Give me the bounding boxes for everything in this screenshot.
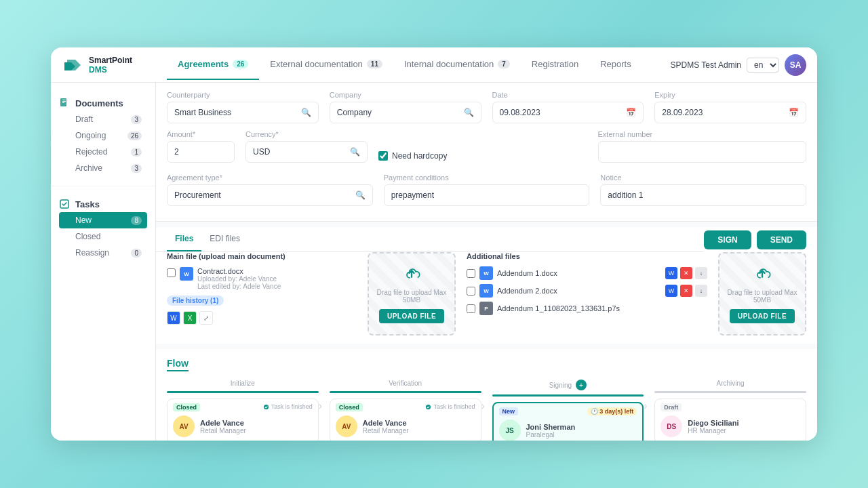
card-status-closed-ver: Closed xyxy=(336,403,363,411)
amount-input[interactable]: 2 xyxy=(167,141,235,163)
file-history-badge[interactable]: File history (1) xyxy=(167,296,224,306)
main-file-details: Contract.docx Uploaded by: Adele Vance L… xyxy=(197,267,281,290)
flow-card-adele-init: Closed Task is finished AV Adele Vance xyxy=(167,399,319,441)
language-select[interactable]: en ru xyxy=(747,58,779,73)
payment-conditions-input[interactable]: prepayment xyxy=(384,184,590,206)
tasks-header: Tasks xyxy=(59,196,147,212)
card-name-adele-init: Adele Vance xyxy=(200,419,246,427)
agreement-type-input[interactable]: Procurement 🔍 xyxy=(167,184,373,206)
addfile3-checkbox[interactable] xyxy=(467,304,475,313)
tab-reports[interactable]: Reports xyxy=(589,49,642,80)
card-role-adele-ver: Retail Manager xyxy=(363,427,409,434)
archiving-bar xyxy=(654,391,806,393)
company-input[interactable]: Company 🔍 xyxy=(330,102,481,123)
upload-file-button[interactable]: UPLOAD FILE xyxy=(379,309,444,323)
signing-cards: New 🕐 3 day(s) left JS Joni Sherman xyxy=(492,402,644,441)
addfile2-name[interactable]: Addendum 2.docx xyxy=(497,287,557,295)
form-row-1: Counterparty Smart Business 🔍 Company Co… xyxy=(167,91,806,123)
additional-upload-text: Drag file to upload Max 50MB xyxy=(725,289,800,304)
additional-upload-button[interactable]: UPLOAD FILE xyxy=(730,309,795,323)
archiving-cards: Draft DS Diego Siciliani HR Manager xyxy=(654,399,806,441)
initialize-bar xyxy=(167,391,319,393)
addfile1-down-btn[interactable]: ↓ xyxy=(695,267,707,279)
tab-files[interactable]: Files xyxy=(167,227,201,251)
main-upload-zone[interactable]: Drag file to upload Max 50MB UPLOAD FILE xyxy=(368,252,456,336)
addfile2-checkbox[interactable] xyxy=(467,287,475,296)
sidebar-item-ongoing[interactable]: Ongoing 26 xyxy=(59,127,147,144)
need-hardcopy-field: Need hardcopy xyxy=(378,130,587,167)
user-avatar[interactable]: SA xyxy=(785,54,806,76)
signing-bar xyxy=(492,394,644,396)
date-input[interactable]: 09.08.2023 📅 xyxy=(492,102,644,123)
excel-export-btn[interactable]: X xyxy=(183,311,197,325)
addfile3-name[interactable]: Addendum 1_11082023_133631.p7s xyxy=(497,304,620,312)
date-field: Date 09.08.2023 📅 xyxy=(492,91,644,123)
form-row-2: Amount* 2 Currency* USD 🔍 xyxy=(167,130,806,167)
main-file-checkbox[interactable] xyxy=(167,268,176,277)
external-number-input[interactable] xyxy=(598,141,807,163)
need-hardcopy-label[interactable]: Need hardcopy xyxy=(378,151,447,161)
content-area: Counterparty Smart Business 🔍 Company Co… xyxy=(156,83,817,441)
addfile1-checkbox[interactable] xyxy=(467,269,475,278)
currency-search-icon: 🔍 xyxy=(350,147,360,157)
sidebar-item-rejected[interactable]: Rejected 1 xyxy=(59,144,147,160)
company-search-icon: 🔍 xyxy=(464,108,474,117)
logo-icon xyxy=(62,54,83,76)
files-content: Main file (upload main document) W Contr… xyxy=(156,252,817,344)
addfile1-close-btn[interactable]: ✕ xyxy=(680,267,692,279)
expiry-input[interactable]: 28.09.2023 📅 xyxy=(654,102,806,123)
addfile1-icon: W xyxy=(479,266,493,280)
send-button[interactable]: SEND xyxy=(757,230,806,249)
verification-cards: Closed Task is finished AV Adele Vance xyxy=(330,399,481,441)
sidebar-item-draft[interactable]: Draft 3 xyxy=(59,111,147,127)
archiving-label: Archiving xyxy=(654,380,806,387)
main-file-edited: Last edited by: Adele Vance xyxy=(197,283,281,290)
tab-registration[interactable]: Registration xyxy=(521,49,589,80)
expiry-label: Expiry xyxy=(654,91,806,99)
main-file-uploaded: Uploaded by: Adele Vance xyxy=(197,275,281,283)
additional-file-1: W Addendum 1.docx W ✕ ↓ xyxy=(467,264,707,282)
signing-add-button[interactable]: + xyxy=(576,380,587,390)
card-name-adele-ver: Adele Vance xyxy=(363,419,409,427)
addfile2-word-btn[interactable]: W xyxy=(665,285,677,297)
sidebar-item-new[interactable]: New 8 xyxy=(59,212,147,228)
card-task-finished-init: Task is finished xyxy=(263,403,313,410)
user-area: SPDMS Test Admin en ru SA xyxy=(671,54,806,76)
flow-card-diego: Draft DS Diego Siciliani HR Manager xyxy=(654,399,806,441)
sidebar-item-closed[interactable]: Closed xyxy=(59,228,147,245)
counterparty-input[interactable]: Smart Business 🔍 xyxy=(167,102,319,123)
arrow-1: › xyxy=(319,380,330,441)
sidebar-item-reassign[interactable]: Reassign 0 xyxy=(59,245,147,261)
addfile2-icon: W xyxy=(479,284,493,298)
main-file-name[interactable]: Contract.docx xyxy=(197,267,281,275)
main-file-title: Main file (upload main document) xyxy=(167,252,357,260)
need-hardcopy-checkbox[interactable] xyxy=(378,151,388,161)
tab-internal-doc[interactable]: Internal documentation 7 xyxy=(393,49,521,80)
addfile2-down-btn[interactable]: ↓ xyxy=(695,285,707,297)
payment-conditions-label: Payment conditions xyxy=(384,174,590,182)
addfile2-close-btn[interactable]: ✕ xyxy=(680,285,692,297)
files-tabs: Files EDI files xyxy=(156,227,704,252)
addfile1-word-btn[interactable]: W xyxy=(665,267,677,279)
expand-btn[interactable]: ⤢ xyxy=(199,311,213,325)
top-nav: SmartPoint DMS Agreements 26 External do… xyxy=(51,47,817,83)
notice-input[interactable]: addition 1 xyxy=(600,184,806,206)
addfile1-name[interactable]: Addendum 1.docx xyxy=(497,269,557,277)
tasks-icon xyxy=(59,199,70,209)
word-export-btn[interactable]: W xyxy=(167,311,180,325)
tab-agreements[interactable]: Agreements 26 xyxy=(167,49,259,80)
additional-upload-zone[interactable]: Drag file to upload Max 50MB UPLOAD FILE xyxy=(718,252,806,336)
sign-button[interactable]: SIGN xyxy=(704,230,751,249)
notice-label: Notice xyxy=(600,174,806,182)
agreement-type-field: Agreement type* Procurement 🔍 xyxy=(167,174,373,206)
currency-input[interactable]: USD 🔍 xyxy=(245,141,368,163)
flow-stages: Initialize Closed Task is finished xyxy=(167,380,806,441)
initialize-cards: Closed Task is finished AV Adele Vance xyxy=(167,399,319,441)
sidebar-item-archive[interactable]: Archive 3 xyxy=(59,160,147,176)
additional-upload-icon xyxy=(753,264,772,283)
sidebar: Documents Draft 3 Ongoing 26 Rejected 1 … xyxy=(51,83,156,441)
card-info-adele-init: Adele Vance Retail Manager xyxy=(200,419,246,434)
tab-external-doc[interactable]: External documentation 11 xyxy=(259,49,393,80)
logo-text: SmartPoint DMS xyxy=(89,56,132,75)
tab-edi-files[interactable]: EDI files xyxy=(201,227,248,251)
